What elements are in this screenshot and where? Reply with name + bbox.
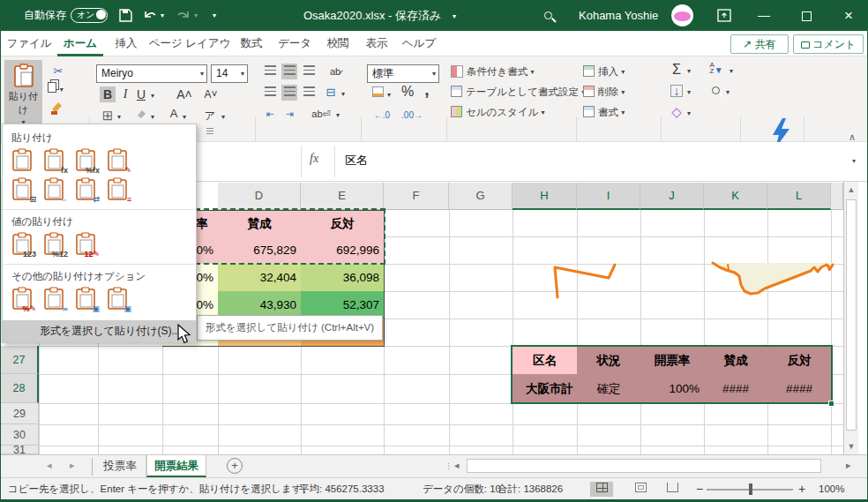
- underline-dropdown-icon[interactable]: ▾: [151, 92, 154, 100]
- underline-button[interactable]: U: [135, 86, 147, 102]
- scroll-up-icon[interactable]: ▲: [844, 185, 858, 194]
- paste-values-formatting-icon[interactable]: 12✎: [73, 232, 105, 258]
- tab-formulas[interactable]: 数式: [232, 31, 271, 56]
- column-header-D[interactable]: D: [218, 183, 301, 210]
- tab-page-layout[interactable]: ページ レイアウト: [147, 31, 232, 56]
- formula-input[interactable]: 区名: [345, 153, 368, 169]
- row-header-28[interactable]: 28: [1, 374, 39, 403]
- column-header-F[interactable]: F: [384, 183, 449, 210]
- align-center-button[interactable]: [281, 85, 297, 101]
- align-left-button[interactable]: [262, 85, 278, 101]
- minimize-button[interactable]: —: [749, 0, 779, 31]
- increase-font-button[interactable]: A˄: [174, 86, 195, 102]
- orientation-button[interactable]: ab̷: [324, 64, 347, 79]
- cell-D24[interactable]: 32,404: [218, 264, 302, 292]
- currency-format-button[interactable]: [370, 86, 385, 101]
- save-icon[interactable]: [118, 8, 133, 23]
- paste-keep-source-formatting-icon[interactable]: ✎: [105, 148, 137, 174]
- normal-view-button[interactable]: [590, 482, 613, 497]
- paste-picture-icon[interactable]: ▣: [73, 287, 105, 312]
- cell-L27[interactable]: 反対: [767, 346, 832, 375]
- zoom-out-button[interactable]: −: [696, 478, 703, 500]
- row-header-30[interactable]: 30: [1, 424, 39, 446]
- autosum-button[interactable]: Σ: [668, 62, 685, 78]
- horizontal-scroll-thumb[interactable]: [467, 459, 821, 473]
- cell-J27[interactable]: 開票率: [640, 346, 705, 375]
- increase-indent-button[interactable]: ⇥: [281, 106, 297, 122]
- column-header-H[interactable]: H: [513, 183, 577, 210]
- paste-values-source-formatting-icon[interactable]: ≡: [105, 177, 137, 203]
- font-name-combo[interactable]: Meiryo▾: [96, 64, 207, 83]
- decrease-font-button[interactable]: A˅: [200, 86, 221, 102]
- paste-linked-picture-icon[interactable]: ▣: [105, 287, 137, 312]
- copy-button[interactable]: ▾: [48, 81, 64, 98]
- redo-dropdown-icon[interactable]: ▾: [194, 11, 198, 19]
- search-icon[interactable]: [544, 11, 552, 19]
- merge-center-button[interactable]: ⊟: [322, 85, 340, 101]
- map-shape[interactable]: [530, 260, 839, 306]
- cell-K28[interactable]: ####: [704, 374, 768, 404]
- formula-bar-expand-icon[interactable]: ▾: [852, 157, 856, 165]
- tab-review[interactable]: 校閲: [318, 31, 357, 56]
- italic-button[interactable]: I: [119, 86, 131, 102]
- cell-I28[interactable]: 確定: [577, 374, 641, 404]
- paste-formulas-icon[interactable]: fx: [41, 148, 73, 174]
- cell-K27[interactable]: 賛成: [704, 346, 768, 375]
- tab-help[interactable]: ヘルプ: [398, 31, 440, 56]
- insert-cells-button[interactable]: 挿入 ▾: [583, 63, 625, 81]
- paste-transpose-icon[interactable]: ⇄: [73, 177, 105, 203]
- row-header-29[interactable]: 29: [1, 403, 39, 424]
- page-layout-view-button[interactable]: [629, 482, 652, 497]
- zoom-slider-thumb[interactable]: [749, 483, 752, 495]
- sheet-tab-tohyoritsu[interactable]: 投票率: [94, 455, 146, 477]
- format-painter-icon[interactable]: [49, 101, 65, 116]
- tab-data[interactable]: データ: [273, 31, 317, 56]
- cut-button[interactable]: ✂: [49, 64, 67, 79]
- row-header-27[interactable]: 27: [1, 346, 39, 374]
- paste-icon[interactable]: [10, 148, 41, 174]
- borders-button[interactable]: ⊞: [100, 108, 116, 124]
- paste-keep-column-widths-icon[interactable]: ⇔: [41, 177, 73, 203]
- column-header-J[interactable]: J: [640, 183, 704, 210]
- vertical-scrollbar[interactable]: ▲ ▼: [843, 182, 858, 454]
- find-select-button[interactable]: [707, 83, 724, 99]
- fx-icon[interactable]: fx: [310, 152, 318, 166]
- align-bottom-button[interactable]: [301, 64, 317, 79]
- row-header-31[interactable]: 31: [1, 446, 39, 454]
- sheet-nav-left-icon[interactable]: ◂: [47, 460, 52, 471]
- redo-icon[interactable]: [176, 8, 191, 22]
- align-middle-button[interactable]: [281, 64, 297, 79]
- undo-dropdown-icon[interactable]: ▾: [161, 11, 164, 19]
- maximize-button[interactable]: [791, 0, 821, 31]
- fill-handle[interactable]: [828, 401, 834, 407]
- new-sheet-button[interactable]: +: [227, 458, 243, 474]
- increase-decimal-button[interactable]: ←.0: [368, 108, 396, 124]
- align-right-button[interactable]: [301, 85, 317, 101]
- column-header-M[interactable]: [831, 183, 843, 210]
- paste-formulas-number-formatting-icon[interactable]: %fx: [73, 148, 105, 174]
- column-header-L[interactable]: L: [767, 183, 831, 210]
- quick-access-customize-icon[interactable]: ▾: [213, 11, 216, 19]
- scroll-down-icon[interactable]: ▼: [844, 442, 858, 451]
- cell-E24[interactable]: 36,098: [301, 264, 385, 292]
- bold-button[interactable]: B: [100, 86, 116, 102]
- cell-E23[interactable]: 692,996: [301, 236, 385, 265]
- phonetic-button[interactable]: ア: [202, 108, 218, 139]
- column-header-K[interactable]: K: [704, 183, 767, 210]
- comma-style-button[interactable]: ,: [421, 82, 433, 98]
- paste-button[interactable]: 貼り付け ▾: [4, 60, 42, 124]
- column-header-I[interactable]: I: [577, 183, 640, 210]
- column-header-E[interactable]: E: [301, 183, 384, 210]
- format-as-table-button[interactable]: テーブルとして書式設定 ▾: [451, 83, 585, 101]
- close-button[interactable]: ×: [834, 0, 864, 31]
- cell-H27[interactable]: 区名: [513, 346, 578, 375]
- fill-button[interactable]: ↓: [668, 83, 685, 99]
- hscroll-right-icon[interactable]: ▸: [846, 460, 851, 471]
- sheet-nav-right-icon[interactable]: ▸: [70, 460, 75, 471]
- cell-E22[interactable]: 反対: [301, 210, 385, 237]
- wrap-text-button[interactable]: ab⏎: [310, 106, 333, 122]
- paste-special-menu-item[interactable]: 形式を選択して貼り付け(S)...: [3, 320, 196, 342]
- conditional-formatting-button[interactable]: 条件付き書式 ▾: [451, 63, 535, 81]
- align-top-button[interactable]: [262, 64, 278, 79]
- paste-no-borders-icon[interactable]: ⊞: [10, 177, 41, 203]
